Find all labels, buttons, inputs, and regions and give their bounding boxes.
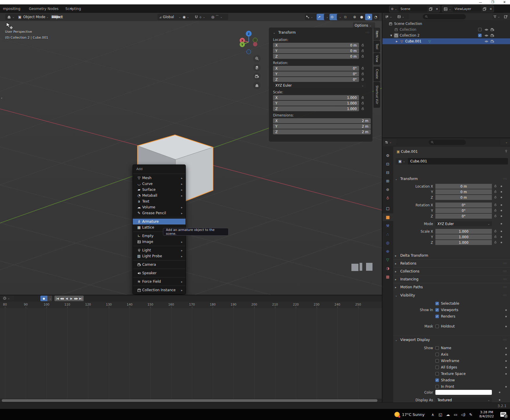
Shadow-checkbox[interactable]: ✓	[435, 378, 439, 382]
npanel-rotation-y-field[interactable]: Y0°	[273, 71, 359, 76]
orthographic-toggle-icon[interactable]	[253, 82, 261, 89]
animate-dot[interactable]	[505, 347, 507, 349]
collection-exclude-checkbox[interactable]	[478, 28, 482, 31]
disclosure-closed-icon[interactable]: ▶	[395, 40, 399, 43]
disable-in-renders-camera-icon[interactable]	[490, 39, 494, 44]
window-minimize-button[interactable]: —	[476, 0, 485, 4]
lock-open-icon[interactable]	[494, 195, 498, 200]
jump-end-button[interactable]: ▶|	[78, 296, 83, 301]
add-menu-item-metaball[interactable]: ◔Metaball▸	[133, 193, 186, 198]
lock-open-icon[interactable]	[361, 101, 365, 106]
window-close-button[interactable]: ✕	[500, 0, 509, 4]
lock-open-icon[interactable]	[494, 235, 498, 239]
npanel-transform-header[interactable]: ⌄ Transform ∷∷	[273, 29, 372, 36]
add-menu-item-grease-pencil[interactable]: ✎Grease Pencil▸	[133, 210, 186, 216]
add-menu-item-camera[interactable]: Camera	[133, 262, 186, 268]
tray-volume-icon[interactable]: ◁)	[459, 409, 467, 420]
collapsed-panel-instancing[interactable]: ▸Instancing∷∷	[393, 276, 510, 282]
animate-dot[interactable]	[501, 242, 502, 243]
tray-chevron-up-icon[interactable]: ∧	[429, 409, 437, 420]
add-menu-item-armature[interactable]: Armature	[133, 219, 186, 224]
timeline-scrollbar-thumb[interactable]	[2, 399, 377, 402]
collapsed-panel-relations[interactable]: ▸Relations∷∷	[393, 260, 510, 267]
navigation-gizmo[interactable]: Z X Y	[236, 28, 262, 56]
transform-value-field[interactable]: 0 m	[435, 184, 492, 189]
disable-in-renders-camera-icon[interactable]	[490, 27, 494, 32]
shading-rendered-icon[interactable]: ◔	[372, 14, 379, 20]
add-menu-item-speaker[interactable]: Speaker	[133, 270, 186, 276]
animate-dot[interactable]	[501, 204, 502, 206]
Wireframe-checkbox[interactable]	[435, 359, 439, 363]
animate-dot[interactable]	[505, 367, 507, 368]
add-menu-item-image[interactable]: Image▸	[133, 239, 186, 245]
Holdout-checkbox[interactable]	[435, 325, 439, 328]
lock-open-icon[interactable]	[361, 54, 365, 59]
unlink-scene-icon[interactable]: ×	[434, 6, 440, 12]
panel-grip-icon[interactable]: ∷∷	[503, 270, 507, 273]
camera-view-icon[interactable]	[253, 73, 261, 80]
lock-open-icon[interactable]	[361, 107, 365, 111]
tray-network-icon[interactable]: ▭	[452, 409, 459, 420]
area-divider[interactable]	[382, 138, 510, 138]
mode-dropdown[interactable]: ▣ Object Mode⌄	[16, 14, 50, 20]
disable-in-renders-camera-icon[interactable]	[490, 33, 494, 38]
Renders-checkbox[interactable]: ✓	[435, 315, 439, 318]
outliner-row-cube.001[interactable]: ▶▽Cube.001▽	[382, 38, 510, 44]
jump-start-button[interactable]: |◀	[55, 296, 60, 301]
properties-tab-physics[interactable]: ◎	[382, 239, 393, 246]
add-menu-item-light-probe[interactable]: ▨Light Probe▸	[133, 253, 186, 259]
npanel-location-y-field[interactable]: Y0 m	[273, 48, 359, 53]
transform-value-field[interactable]: 0°	[435, 214, 492, 219]
next-keyframe-button[interactable]: ◆▶	[74, 296, 78, 301]
transform-orientation-dropdown[interactable]: ⊿Global ⌄	[157, 14, 183, 20]
overlays-dropdown[interactable]: ⌄	[337, 14, 343, 20]
transform-value-field[interactable]: 1.000	[435, 240, 492, 245]
outliner-row-collection-2[interactable]: ▼Collection 2✓	[382, 32, 510, 38]
new-collection-button[interactable]	[503, 14, 509, 19]
play-reverse-button[interactable]: ◀	[64, 296, 69, 301]
animate-dot[interactable]	[501, 223, 502, 224]
Texture Space-checkbox[interactable]	[435, 372, 439, 376]
rotation-mode-dropdown[interactable]: XYZ Euler⌄	[435, 221, 492, 226]
snap-toggle[interactable]: ⊹⌄	[193, 14, 211, 20]
npanel-scale-z-field[interactable]: Z1.000	[273, 106, 359, 111]
animate-dot[interactable]	[501, 231, 502, 232]
animate-dot[interactable]	[505, 309, 507, 311]
add-menu-item-mesh[interactable]: ▽Mesh▸	[133, 175, 186, 181]
transform-value-field[interactable]: 0°	[435, 208, 492, 213]
animate-dot[interactable]	[505, 360, 507, 362]
hide-in-viewport-eye-icon[interactable]	[484, 33, 489, 38]
sidebar-tab-item[interactable]: Item	[374, 28, 380, 40]
animate-dot[interactable]	[505, 354, 507, 355]
npanel-rotation-z-field[interactable]: Z0°	[273, 77, 359, 82]
lock-open-icon[interactable]	[494, 214, 498, 218]
sidebar-tab-shortcut-vur[interactable]: Shortcut VUr	[374, 82, 380, 108]
panel-grip-icon[interactable]: ∷∷	[503, 278, 507, 281]
play-button[interactable]: ▶	[69, 296, 74, 301]
lock-open-icon[interactable]	[494, 184, 498, 188]
outliner-display-mode-button[interactable]: ⌄	[384, 14, 397, 20]
Selectable-checkbox[interactable]: ✓	[435, 302, 439, 305]
tray-onedrive-icon[interactable]: ☁	[444, 409, 452, 420]
npanel-dimensions-x-field[interactable]: X2 m	[273, 118, 371, 123]
collection-exclude-checkbox[interactable]: ✓	[478, 34, 482, 37]
area-divider[interactable]	[0, 295, 382, 295]
disclosure-open-icon[interactable]: ▼	[389, 34, 393, 37]
transform-value-field[interactable]: 0 m	[435, 189, 492, 194]
npanel-dimensions-y-field[interactable]: Y2 m	[273, 124, 371, 129]
window-restore-button[interactable]: ❐	[488, 0, 497, 4]
In Front-checkbox[interactable]	[435, 385, 439, 388]
properties-tab-scene[interactable]: ⊚	[382, 186, 393, 193]
transform-value-field[interactable]: 1.000	[435, 229, 492, 234]
npanel-scale-y-field[interactable]: Y1.000	[273, 101, 359, 106]
animate-dot[interactable]	[501, 215, 502, 217]
lock-open-icon[interactable]	[494, 208, 498, 213]
timeline-track-area[interactable]	[0, 308, 382, 399]
visibility-panel-header[interactable]: ⌄Visibility ∷∷	[393, 292, 510, 299]
workspace-tab-mpositing[interactable]: mpositing	[0, 4, 23, 13]
pan-hand-icon[interactable]	[253, 64, 261, 71]
All Edges-checkbox[interactable]	[435, 366, 439, 369]
transform-value-field[interactable]: 0°	[435, 203, 492, 208]
npanel-dimensions-z-field[interactable]: Z2 m	[273, 129, 371, 134]
auto-keying-record-button[interactable]: ●	[40, 296, 47, 301]
